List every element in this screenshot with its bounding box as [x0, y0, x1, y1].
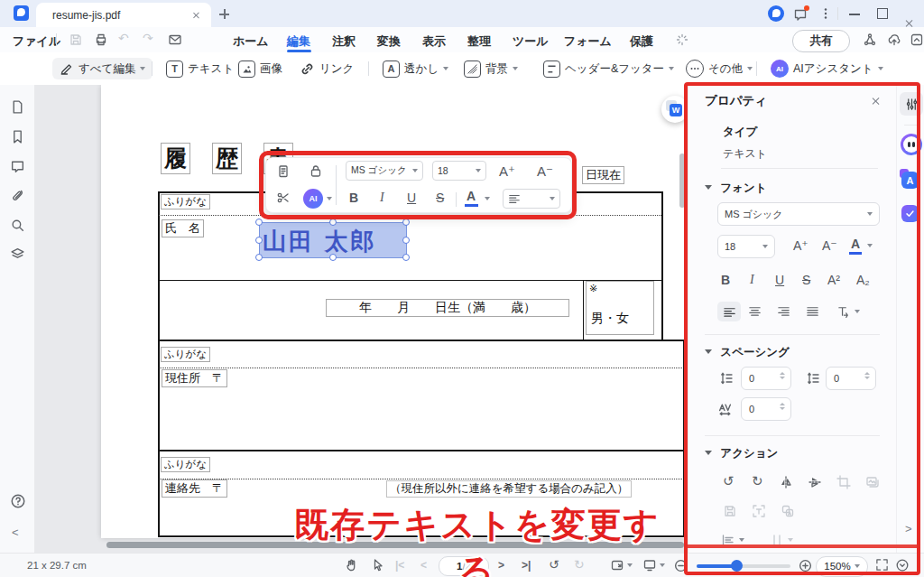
alignment-select[interactable]: [503, 189, 560, 209]
chevron-down-icon[interactable]: [739, 538, 744, 542]
new-tab-button[interactable]: [219, 9, 229, 19]
name-label[interactable]: 氏 名: [162, 219, 204, 237]
align-left-button[interactable]: [717, 302, 741, 321]
undo-icon[interactable]: ↶: [118, 31, 129, 45]
panel-bold-button[interactable]: B: [721, 273, 730, 287]
font-color-button[interactable]: A: [467, 189, 476, 203]
mail-icon[interactable]: [168, 33, 182, 47]
zoom-slider-thumb[interactable]: [731, 560, 743, 572]
chevron-down-icon[interactable]: [327, 197, 332, 200]
chevron-down-icon[interactable]: [788, 538, 793, 542]
cut-icon[interactable]: [276, 191, 291, 205]
minimize-button[interactable]: [849, 14, 860, 15]
menu-form[interactable]: フォーム: [564, 33, 612, 50]
replace-image-button[interactable]: [865, 475, 880, 489]
align-right-button[interactable]: [777, 304, 790, 318]
rotate-right-button[interactable]: ↻: [752, 473, 763, 489]
panel-font-color-button[interactable]: A: [851, 237, 860, 251]
text-direction-button[interactable]: [836, 304, 850, 318]
doc-date-line[interactable]: 日現在: [582, 166, 624, 184]
doc-title-char[interactable]: 履: [161, 143, 190, 174]
kebab-menu-icon[interactable]: [819, 6, 832, 21]
zoom-in-icon[interactable]: [798, 558, 813, 573]
contact-label[interactable]: 連絡先 〒: [162, 479, 227, 498]
more-view-options-icon[interactable]: [895, 558, 910, 572]
more-tools-button[interactable]: その他: [686, 58, 753, 79]
thumbnails-icon[interactable]: [10, 99, 25, 115]
contact-note[interactable]: （現住所以外に連絡を希望する場合のみ記入）: [386, 480, 632, 498]
document-tab[interactable]: resume-jis.pdf: [36, 3, 211, 27]
increase-font-icon[interactable]: A⁺: [499, 163, 515, 180]
dob-line[interactable]: 年 月 日生（満 歳）: [326, 299, 569, 317]
decrease-font-icon[interactable]: A⁻: [537, 163, 553, 180]
image-tool-button[interactable]: 画像: [238, 58, 282, 79]
panel-font-size-select[interactable]: 18: [717, 235, 775, 258]
object-align-dropdown[interactable]: [721, 533, 735, 547]
selection-handle[interactable]: [329, 219, 337, 226]
ai-assistant-button[interactable]: AI AIアシスタント: [771, 58, 883, 79]
strikethrough-button[interactable]: S: [436, 191, 444, 205]
print-icon[interactable]: [94, 33, 108, 47]
selection-handle[interactable]: [255, 237, 263, 244]
document-canvas[interactable]: 履 歴 書 日現在 ふりがな 氏 名 年 月 日生（満 歳） ※ 男・女: [34, 85, 688, 553]
menu-comment[interactable]: 注釈: [332, 33, 356, 50]
format-painter-icon[interactable]: [309, 164, 323, 179]
menu-view[interactable]: 表示: [422, 33, 446, 50]
tab-close-icon[interactable]: [192, 12, 200, 20]
edit-all-button[interactable]: すべて編集: [52, 58, 152, 79]
font-size-select[interactable]: 18: [432, 161, 486, 181]
panel-decrease-font-icon[interactable]: A⁻: [822, 238, 837, 253]
header-footer-button[interactable]: ヘッダー&フッター: [543, 58, 674, 79]
panel-strikethrough-button[interactable]: S: [802, 273, 810, 287]
save-as-button[interactable]: [723, 504, 737, 518]
menu-tools[interactable]: ツール: [513, 33, 549, 50]
wand-icon[interactable]: [675, 33, 689, 47]
panel-font-family-select[interactable]: MS ゴシック: [717, 202, 880, 226]
selected-text-box[interactable]: 山田 太郎: [259, 222, 407, 258]
share-nodes-icon[interactable]: [863, 33, 877, 47]
underline-button[interactable]: U: [407, 191, 416, 205]
furigana-label[interactable]: ふりがな: [161, 347, 210, 362]
spacing-section-header[interactable]: スペーシング: [705, 345, 790, 360]
convert-to-word-badge[interactable]: W: [661, 96, 688, 123]
name-value[interactable]: 山田 太郎: [263, 226, 376, 257]
ai-rewrite-button[interactable]: AI: [303, 189, 323, 209]
chevron-down-icon[interactable]: [855, 310, 860, 313]
paste-icon[interactable]: [276, 164, 291, 179]
line-spacing-stepper[interactable]: 0: [741, 367, 791, 390]
rotate-left-button[interactable]: ↺: [723, 473, 735, 489]
char-spacing-stepper[interactable]: 0: [741, 397, 791, 421]
selection-handle[interactable]: [329, 254, 337, 261]
bold-button[interactable]: B: [349, 191, 358, 205]
collapse-sidebar-icon[interactable]: <: [12, 526, 19, 539]
link-tool-button[interactable]: リンク: [300, 58, 354, 79]
panel-increase-font-icon[interactable]: A⁺: [793, 238, 808, 253]
panel-underline-button[interactable]: U: [775, 273, 784, 287]
menu-home[interactable]: ホーム: [233, 33, 269, 50]
flip-vertical-button[interactable]: [808, 475, 822, 489]
text-tool-button[interactable]: T テキスト: [166, 58, 234, 79]
selection-handle[interactable]: [255, 254, 263, 261]
menu-convert[interactable]: 変換: [377, 33, 401, 50]
italic-button[interactable]: I: [380, 191, 384, 205]
panel-superscript-button[interactable]: A²: [827, 273, 840, 287]
maximize-button[interactable]: [877, 8, 888, 19]
help-icon[interactable]: [10, 493, 26, 509]
comments-icon[interactable]: [10, 159, 25, 174]
extract-text-button[interactable]: [752, 504, 766, 518]
font-family-select[interactable]: MS ゴシック: [346, 161, 423, 181]
pdf-page[interactable]: 履 歴 書 日現在 ふりがな 氏 名 年 月 日生（満 歳） ※ 男・女: [101, 85, 684, 538]
flip-horizontal-button[interactable]: [779, 475, 793, 489]
account-icon[interactable]: [768, 5, 784, 22]
menu-edit[interactable]: 編集: [287, 33, 310, 50]
zoom-level-select[interactable]: 150%: [816, 556, 868, 577]
vertical-scrollbar[interactable]: [679, 154, 685, 208]
crop-button[interactable]: [836, 475, 851, 489]
furigana-label[interactable]: ふりがな: [161, 457, 210, 472]
selection-handle[interactable]: [255, 219, 263, 226]
selection-handle[interactable]: [402, 219, 410, 226]
share-button[interactable]: 共有: [792, 30, 850, 52]
properties-tab-icon[interactable]: [900, 92, 923, 116]
chevron-down-icon[interactable]: [867, 244, 873, 247]
expand-panel-icon[interactable]: >: [905, 522, 912, 535]
